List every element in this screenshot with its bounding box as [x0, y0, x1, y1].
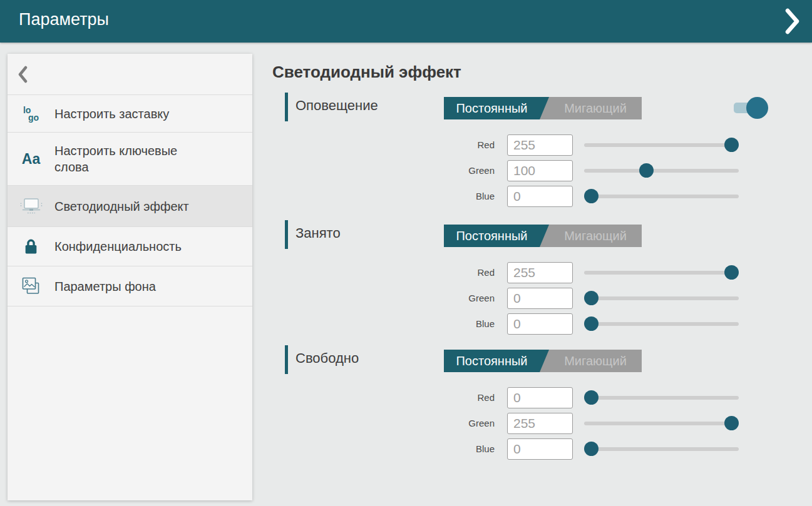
slider-thumb[interactable] — [584, 442, 599, 456]
channel-label-green: Green — [388, 418, 495, 428]
section-name: Занято — [296, 225, 341, 241]
red-value-input[interactable] — [507, 387, 573, 408]
red-slider — [584, 390, 739, 405]
red-slider — [584, 138, 739, 153]
slider-thumb[interactable] — [724, 416, 739, 430]
red-value-input[interactable] — [507, 262, 573, 283]
section-name: Свободно — [296, 350, 359, 367]
green-value-input[interactable] — [507, 288, 573, 309]
section-busy: Занято Мигающий Постоянный Red Green — [0, 220, 812, 345]
red-value-input[interactable] — [507, 134, 573, 156]
mode-toggle: Мигающий Постоянный — [444, 97, 642, 119]
section-accent-bar — [285, 345, 288, 374]
mode-option-constant[interactable]: Постоянный — [444, 225, 549, 247]
chevron-right-icon[interactable] — [781, 8, 803, 34]
channel-label-green: Green — [388, 165, 495, 176]
blue-slider — [584, 442, 739, 457]
page-title: Параметры — [19, 10, 109, 29]
slider-track[interactable] — [584, 271, 739, 275]
sidebar-header — [8, 54, 252, 95]
app-bar: Параметры — [0, 0, 812, 43]
section-alert: Оповещение Мигающий Постоянный Red Green — [0, 93, 812, 218]
blue-value-input[interactable] — [507, 313, 573, 335]
mode-toggle: Мигающий Постоянный — [444, 350, 642, 372]
channel-label-green: Green — [388, 293, 495, 303]
channel-label-red: Red — [388, 139, 495, 150]
content-title: Светодиодный эффект — [272, 63, 461, 82]
blue-slider — [584, 189, 739, 204]
slider-thumb[interactable] — [724, 138, 739, 152]
slider-thumb[interactable] — [584, 291, 599, 305]
channel-label-red: Red — [388, 392, 495, 403]
settings-page: Параметры lo go Настроить заставку — [0, 0, 812, 506]
green-value-input[interactable] — [507, 413, 573, 434]
channel-label-blue: Blue — [388, 318, 495, 329]
red-slider — [584, 265, 739, 280]
channel-label-blue: Blue — [388, 191, 495, 201]
slider-track[interactable] — [584, 422, 739, 425]
green-slider — [584, 163, 739, 178]
slider-track[interactable] — [584, 195, 739, 198]
switch-thumb — [746, 97, 768, 119]
slider-track[interactable] — [584, 143, 739, 147]
section-accent-bar — [285, 93, 288, 121]
slider-track[interactable] — [584, 322, 739, 326]
slider-thumb[interactable] — [584, 189, 599, 203]
slider-track[interactable] — [584, 447, 739, 451]
slider-thumb[interactable] — [584, 316, 599, 331]
slider-thumb[interactable] — [724, 265, 739, 280]
mode-option-constant[interactable]: Постоянный — [444, 350, 549, 372]
blue-value-input[interactable] — [507, 438, 573, 460]
green-value-input[interactable] — [507, 160, 573, 181]
section-accent-bar — [285, 220, 288, 249]
section-free: Свободно Мигающий Постоянный Red Green — [0, 345, 812, 470]
slider-track[interactable] — [584, 169, 739, 173]
alert-enabled-switch[interactable] — [734, 97, 769, 119]
section-name: Оповещение — [296, 98, 378, 114]
channel-label-blue: Blue — [388, 443, 495, 454]
green-slider — [584, 291, 739, 306]
slider-track[interactable] — [584, 296, 739, 300]
channel-label-red: Red — [388, 267, 495, 278]
chevron-left-icon[interactable] — [18, 65, 33, 84]
mode-option-constant[interactable]: Постоянный — [444, 97, 549, 119]
mode-toggle: Мигающий Постоянный — [444, 225, 642, 247]
slider-track[interactable] — [584, 396, 739, 400]
slider-thumb[interactable] — [639, 163, 654, 178]
slider-thumb[interactable] — [584, 390, 599, 405]
green-slider — [584, 416, 739, 431]
blue-slider — [584, 316, 739, 331]
blue-value-input[interactable] — [507, 186, 573, 207]
